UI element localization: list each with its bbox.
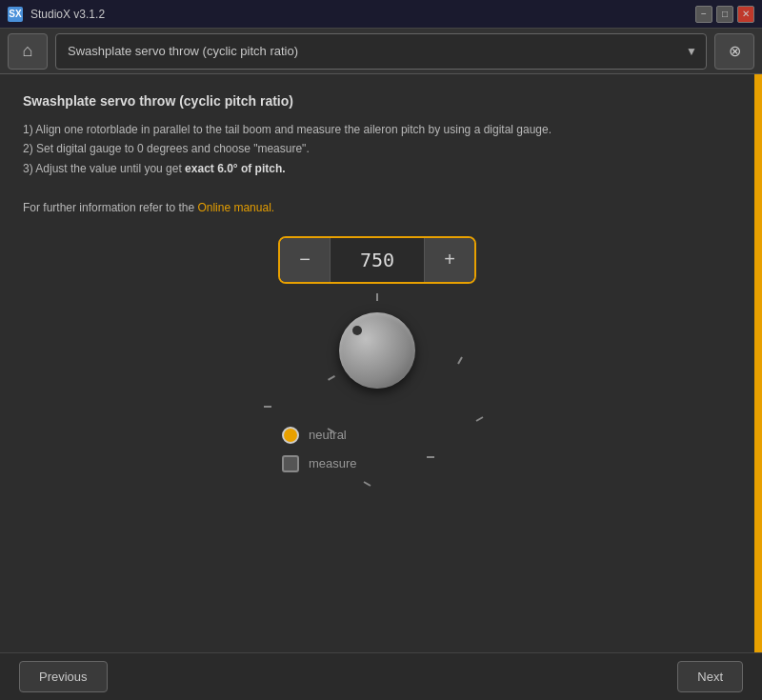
measure-label: measure — [309, 456, 357, 470]
close-button[interactable]: ✕ — [737, 6, 754, 23]
page-dropdown[interactable]: Swashplate servo throw (cyclic pitch rat… — [55, 33, 707, 70]
next-button[interactable]: Next — [677, 661, 743, 692]
value-control-wrapper: − 750 + — [23, 236, 732, 284]
pitch-knob[interactable] — [339, 312, 415, 389]
home-icon: ⌂ — [23, 41, 33, 61]
bold-text: exact 6.0° of pitch. — [185, 162, 286, 175]
window-controls: − □ ✕ — [695, 6, 754, 23]
value-display: 750 — [330, 238, 425, 282]
instruction-1: 1) Align one rotorblade in parallel to t… — [23, 120, 732, 139]
previous-button[interactable]: Previous — [19, 661, 108, 692]
maximize-button[interactable]: □ — [716, 6, 733, 23]
settings-icon: ⊗ — [729, 42, 741, 60]
title-bar: SX StudioX v3.1.2 − □ ✕ — [0, 0, 762, 29]
value-control: − 750 + — [278, 236, 476, 284]
measure-option-row: measure — [282, 455, 472, 472]
increment-button[interactable]: + — [425, 238, 474, 282]
knob-container — [320, 293, 434, 408]
bottom-bar: Previous Next — [0, 652, 762, 700]
app-icon: SX — [8, 7, 23, 22]
neutral-label: neutral — [309, 428, 347, 442]
knob-wrapper — [23, 293, 732, 408]
settings-button[interactable]: ⊗ — [714, 33, 754, 70]
app-title: StudioX v3.1.2 — [30, 8, 105, 21]
right-accent-bar — [754, 74, 762, 652]
main-wrapper: Swashplate servo throw (cyclic pitch rat… — [0, 74, 762, 652]
instruction-3: 3) Adjust the value until you get exact … — [23, 159, 732, 178]
page-title: Swashplate servo throw (cyclic pitch rat… — [23, 93, 732, 109]
online-manual-link[interactable]: Online manual. — [197, 201, 274, 214]
options-area: ⇒ ⇒ neutral measure — [23, 427, 732, 472]
knob-indicator — [352, 326, 362, 335]
neutral-option-row: neutral — [282, 427, 472, 444]
minimize-button[interactable]: − — [695, 6, 712, 23]
measure-checkbox[interactable] — [282, 455, 299, 472]
neutral-radio[interactable] — [282, 427, 299, 444]
instructions: 1) Align one rotorblade in parallel to t… — [23, 120, 732, 217]
content-area: Swashplate servo throw (cyclic pitch rat… — [0, 74, 754, 652]
decrement-button[interactable]: − — [280, 238, 330, 282]
info-line: For further information refer to the Onl… — [23, 198, 732, 217]
home-button[interactable]: ⌂ — [8, 33, 48, 70]
instruction-2: 2) Set digital gauge to 0 degrees and ch… — [23, 139, 732, 158]
toolbar: ⌂ Swashplate servo throw (cyclic pitch r… — [0, 29, 762, 74]
title-bar-left: SX StudioX v3.1.2 — [8, 7, 105, 22]
page-dropdown-container: Swashplate servo throw (cyclic pitch rat… — [55, 33, 707, 70]
